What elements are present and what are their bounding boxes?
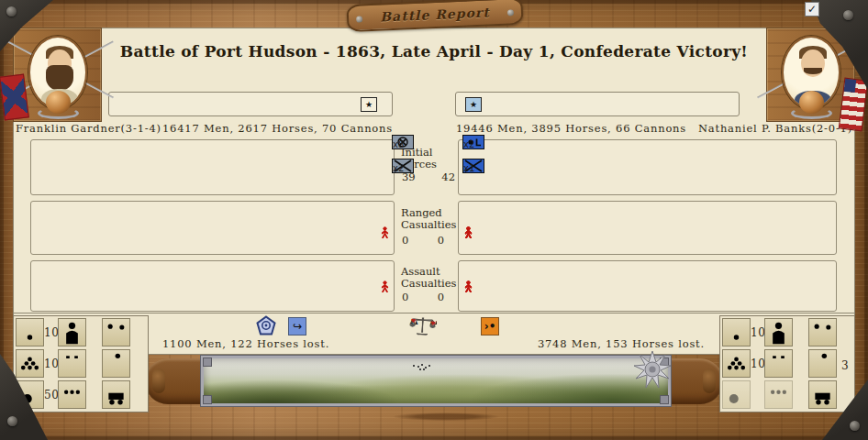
- casualty-figure-icon: [381, 280, 389, 292]
- frame-ornament: [203, 358, 212, 367]
- rivet-icon: [7, 416, 17, 426]
- tile-runner[interactable]: [102, 349, 130, 378]
- command-star-icon: ★: [465, 97, 482, 112]
- assault-casualties-label: Assault Casualties: [401, 266, 454, 290]
- left-commander-box: ★★: [108, 92, 393, 116]
- left-losses-text: 1100 Men, 122 Horses lost.: [162, 337, 329, 350]
- ranged-casualties-label: Ranged Casualties: [401, 207, 454, 231]
- sun-medallion-icon: [633, 350, 672, 389]
- left-army-panel: 100 100 500: [13, 315, 149, 412]
- unit-count: x2: [393, 164, 404, 173]
- right-army-stats: 19446 Men, 3895 Horses, 66 Cannons: [456, 122, 686, 135]
- scroll-knob: [152, 368, 165, 393]
- chevron-dot-icon[interactable]: ›•: [481, 317, 499, 336]
- tile-fort[interactable]: [58, 349, 86, 378]
- right-commander-box: ★★★: [455, 92, 740, 116]
- casualty-figure-icon: [381, 226, 389, 238]
- portrait-mustache: [804, 68, 822, 74]
- right-assault-casualties-box: [458, 260, 837, 312]
- return-arrow-icon[interactable]: ↪: [288, 317, 306, 336]
- left-ranged-casualties-box: [30, 201, 395, 255]
- frame-ornament: [660, 395, 669, 404]
- svg-text:♥: ♥: [430, 320, 437, 328]
- tile-fight[interactable]: [102, 318, 130, 346]
- unit-count: x2: [463, 140, 474, 149]
- right-ranged-casualties-box: [458, 201, 837, 255]
- rivet-icon: [843, 10, 853, 20]
- right-runner-value: 3: [841, 359, 849, 372]
- brass-orb: [46, 91, 71, 114]
- battle-title: Battle of Port Hudson - 1863, Late April…: [101, 42, 767, 60]
- unit-count: x1: [463, 164, 474, 173]
- tile-soldier[interactable]: [58, 318, 86, 346]
- tile-wagon[interactable]: [102, 380, 130, 409]
- tile-fort[interactable]: [764, 349, 793, 378]
- tile-soldier[interactable]: [764, 318, 793, 346]
- frame-ornament: [203, 395, 212, 404]
- casualty-figure-icon: [464, 226, 473, 238]
- battle-landscape: [201, 356, 671, 406]
- left-army-stats: 16417 Men, 2617 Horses, 70 Cannons: [108, 122, 393, 135]
- portrait-beard: [46, 65, 73, 91]
- tile-runner[interactable]: [808, 349, 837, 378]
- right-commander-name: Nathaniel P. Banks(2-0-1): [698, 122, 852, 135]
- rivet-icon: [6, 6, 17, 16]
- left-assault-casualties-box: [30, 260, 395, 312]
- tile-rank[interactable]: [764, 380, 793, 409]
- left-initial-forces-box: [30, 139, 395, 195]
- svg-text:♥: ♥: [410, 317, 417, 325]
- tile-rank[interactable]: [58, 380, 86, 409]
- tile-wagon[interactable]: [808, 380, 837, 409]
- rivet-icon: [850, 421, 860, 431]
- tile-tent[interactable]: [722, 318, 751, 346]
- tile-cannon[interactable]: [722, 380, 751, 409]
- hearts-balance-icon: ♥♥: [408, 314, 437, 338]
- unit-count: x8: [393, 140, 404, 149]
- assault-casualties-right-count: 0: [400, 291, 444, 303]
- tile-tent[interactable]: [16, 318, 44, 346]
- structure-icon[interactable]: [256, 315, 276, 336]
- carved-flourish: [393, 412, 499, 421]
- brass-orb: [799, 91, 824, 114]
- right-army-panel: 100 100 3: [719, 315, 855, 412]
- command-star-icon: ★: [361, 97, 377, 112]
- scroll-knob: [703, 368, 716, 393]
- close-checkbox[interactable]: ✓: [805, 2, 819, 16]
- right-losses-text: 3748 Men, 153 Horses lost.: [538, 337, 705, 350]
- banner-label: Battle Report: [380, 5, 490, 24]
- battle-report-window: Battle Report ✓ Battle of Port Hudson - …: [0, 0, 868, 440]
- casualty-figure-icon: [464, 280, 473, 292]
- tile-fight[interactable]: [808, 318, 837, 346]
- tile-shells[interactable]: [16, 349, 44, 378]
- ranged-casualties-right-count: 0: [400, 234, 444, 247]
- tile-shells[interactable]: [722, 349, 751, 378]
- right-initial-forces-box: [458, 139, 837, 195]
